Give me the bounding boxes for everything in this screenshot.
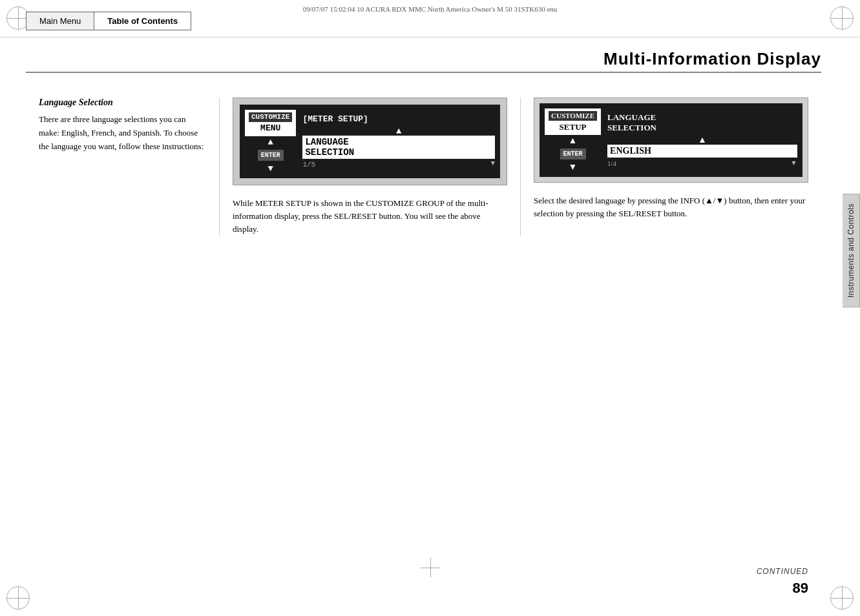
caption-1: While METER SETUP is shown in the CUSTOM… (233, 193, 507, 236)
customize-block-1: CUSTOMIZE MENU (245, 110, 296, 136)
header-bar: 09/07/07 15:02:04 10 ACURA RDX MMC North… (0, 0, 860, 37)
menu-content-2: LANGUAGE SELECTION ▲ ENGLISH 1/4 ▼ (603, 108, 797, 172)
enter-btn-2: ENTER (560, 149, 586, 159)
corner-decoration-bl (6, 586, 30, 610)
menu-content-1: [METER SETUP] ▲ LANGUAGESELECTION 1/5 ▼ (299, 110, 495, 173)
nav-buttons: Main Menu Table of Contents (26, 12, 191, 30)
menu-arrow-up-1: ▲ (302, 127, 495, 136)
center-crosshair (421, 558, 440, 577)
title-underline (26, 72, 821, 73)
menu-header-2: LANGUAGE SELECTION (607, 112, 797, 133)
menu-page-arrow-1: ▼ (490, 159, 495, 167)
display-panel-1: CUSTOMIZE MENU ▲ ENTER ▼ [METER SETUP] ▲… (233, 98, 507, 185)
menu-page-2: 1/4 (607, 159, 616, 167)
right-column: CUSTOMIZE SETUP ▲ ENTER ▼ LANGUAGE SELEC… (521, 98, 821, 236)
page-title-area: Multi-Information Display (0, 37, 860, 78)
setup-label-2: SETUP (560, 122, 587, 132)
corner-decoration-br (830, 586, 854, 610)
enter-btn-1: ENTER (258, 150, 284, 161)
arrow-up-1: ▲ (268, 138, 273, 147)
arrow-down-2: ▼ (569, 163, 578, 172)
continued-label: CONTINUED (757, 567, 808, 576)
customize-label-1: CUSTOMIZE (249, 112, 292, 122)
main-content: Language Selection There are three langu… (0, 78, 860, 249)
table-of-contents-button[interactable]: Table of Contents (94, 12, 191, 30)
customize-block-2: CUSTOMIZE SETUP (545, 108, 601, 135)
page-title: Multi-Information Display (26, 49, 821, 69)
side-tab-label: Instruments and Controls (843, 194, 860, 307)
menu-page-1: 1/5 (302, 161, 315, 169)
menu-item-selected-1: LANGUAGESELECTION (302, 136, 495, 159)
page-number: 89 (793, 580, 808, 597)
menu-label-1: MENU (260, 123, 280, 134)
main-menu-button[interactable]: Main Menu (26, 12, 94, 30)
arrow-down-1: ▼ (268, 164, 273, 173)
section-title: Language Selection (39, 98, 206, 108)
display-panel-2: CUSTOMIZE SETUP ▲ ENTER ▼ LANGUAGE SELEC… (534, 98, 808, 183)
section-body: There are three language selections you … (39, 113, 206, 153)
display-inner-1: CUSTOMIZE MENU ▲ ENTER ▼ [METER SETUP] ▲… (240, 105, 500, 178)
display-inner-2: CUSTOMIZE SETUP ▲ ENTER ▼ LANGUAGE SELEC… (540, 103, 802, 177)
menu-item-selected-2: ENGLISH (607, 145, 797, 158)
middle-column: CUSTOMIZE MENU ▲ ENTER ▼ [METER SETUP] ▲… (220, 98, 521, 236)
header-meta: 09/07/07 15:02:04 10 ACURA RDX MMC North… (303, 5, 558, 13)
menu-page-arrow-2: ▼ (790, 159, 797, 167)
customize-label-2: CUSTOMIZE (549, 111, 597, 121)
menu-arrow-up-2: ▲ (607, 136, 797, 145)
menu-header-1: [METER SETUP] (302, 114, 495, 124)
left-column: Language Selection There are three langu… (39, 98, 220, 236)
caption-2: Select the desired language by pressing … (534, 190, 808, 220)
arrow-up-2: ▲ (569, 136, 578, 145)
footer: CONTINUED 89 (757, 567, 808, 597)
